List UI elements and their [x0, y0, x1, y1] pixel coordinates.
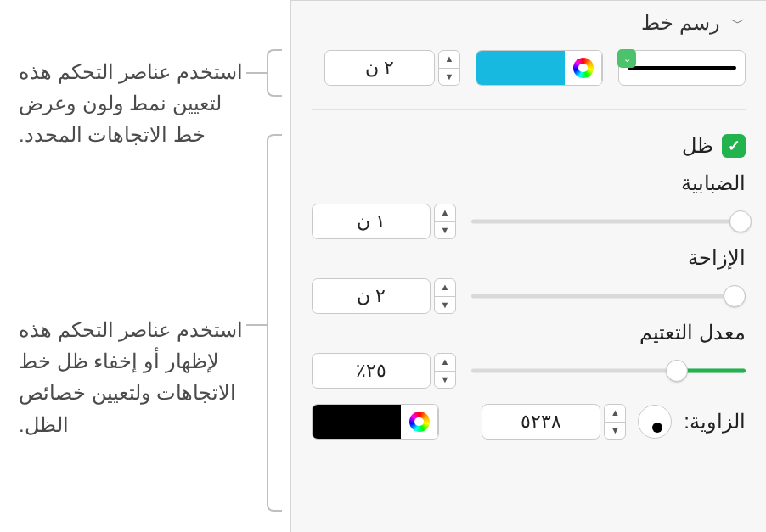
shadow-checkbox[interactable]: ✓ — [722, 134, 746, 158]
opacity-slider[interactable] — [471, 359, 746, 383]
shadow-color-swatch — [313, 405, 401, 439]
callout-bracket — [267, 134, 282, 512]
inspector-panel: ﹀ رسم خط ⌄ ▲▼ ✓ ظل الضبابية ▲▼ الإز — [290, 0, 766, 532]
offset-field[interactable] — [312, 278, 431, 314]
angle-dial[interactable] — [638, 405, 672, 439]
blur-label: الضبابية — [312, 171, 746, 195]
show-colors-icon[interactable] — [401, 405, 438, 439]
offset-stepper-arrows[interactable]: ▲▼ — [434, 278, 456, 314]
callout-shadow-help: استخدم عناصر التحكم هذه لإظهار أو إخفاء … — [19, 314, 256, 440]
stroke-width-stepper-arrows[interactable]: ▲▼ — [438, 50, 460, 86]
stroke-width-field[interactable] — [324, 50, 435, 86]
offset-row: ▲▼ — [312, 278, 746, 314]
shadow-color-well[interactable] — [312, 404, 439, 440]
line-style-preview — [628, 66, 736, 70]
callout-stroke-help: استخدم عناصر التحكم هذه لتعيين نمط ولون … — [19, 56, 256, 151]
opacity-label: معدل التعتيم — [312, 321, 746, 344]
angle-stepper-arrows[interactable]: ▲▼ — [604, 404, 626, 440]
stroke-width-stepper: ▲▼ — [324, 50, 460, 86]
line-style-popup[interactable]: ⌄ — [618, 50, 746, 86]
blur-stepper-arrows[interactable]: ▲▼ — [434, 204, 456, 239]
angle-field[interactable] — [482, 404, 600, 440]
disclosure-chevron-icon[interactable]: ﹀ — [730, 13, 746, 33]
angle-label: الزاوية: — [684, 410, 746, 434]
opacity-stepper-arrows[interactable]: ▲▼ — [434, 353, 456, 389]
shadow-enable-row: ✓ ظل — [312, 134, 746, 158]
offset-slider[interactable] — [471, 284, 746, 308]
blur-slider[interactable] — [471, 210, 746, 233]
opacity-field[interactable] — [312, 353, 431, 389]
shadow-checkbox-label: ظل — [682, 134, 713, 158]
blur-field[interactable] — [312, 204, 431, 239]
show-colors-icon[interactable] — [565, 51, 602, 85]
callout-bracket — [267, 49, 282, 97]
panel-header: ﹀ رسم خط — [312, 11, 746, 35]
dropdown-indicator-icon: ⌄ — [617, 49, 636, 68]
stroke-color-swatch — [476, 51, 565, 85]
opacity-row: ▲▼ — [312, 353, 746, 389]
blur-row: ▲▼ — [312, 204, 746, 239]
stroke-controls-row: ⌄ ▲▼ — [312, 50, 746, 110]
stroke-color-well[interactable] — [476, 50, 603, 86]
offset-label: الإزاحة — [312, 246, 746, 270]
panel-title: رسم خط — [641, 11, 720, 35]
angle-row: الزاوية: ▲▼ — [312, 404, 746, 440]
